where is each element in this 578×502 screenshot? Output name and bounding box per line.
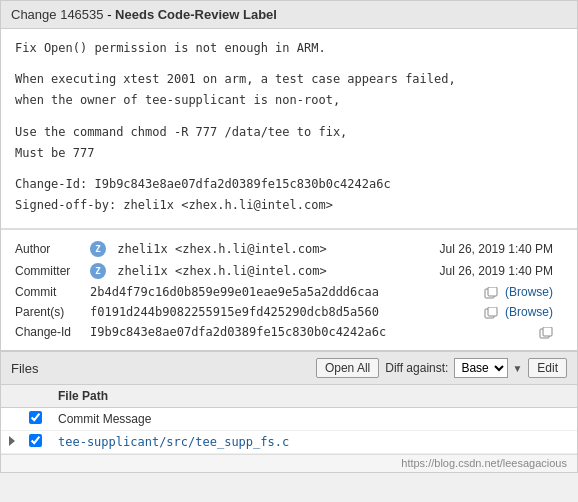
change-id: Change 146535 — [11, 7, 104, 22]
browse-link-commit[interactable]: (Browse) — [505, 285, 553, 299]
expand-arrow-icon[interactable] — [9, 436, 15, 446]
commit-line-4: Use the command chmod -R 777 /data/tee t… — [15, 123, 563, 142]
diff-against-label: Diff against: — [385, 361, 448, 375]
main-container: Change 146535 - Needs Code-Review Label … — [0, 0, 578, 473]
col-header-expand — [1, 385, 21, 408]
meta-value-author: Z zheli1x <zhex.h.li@intel.com> — [90, 241, 440, 257]
table-row: tee-supplicant/src/tee_supp_fs.c — [1, 431, 577, 454]
meta-value-commit: 2b4d4f79c16d0b859e99e01eae9e5a5a2ddd6caa — [90, 285, 472, 299]
meta-row-author: Author Z zheli1x <zhex.h.li@intel.com> J… — [15, 238, 563, 260]
files-header-title: Files — [11, 361, 38, 376]
avatar-author: Z — [90, 241, 106, 257]
meta-row-commit: Commit 2b4d4f79c16d0b859e99e01eae9e5a5a2… — [15, 282, 563, 302]
check-cell-tee — [21, 431, 50, 454]
meta-value-parent: f0191d244b9082255915e9fd425290dcb8d5a560 — [90, 305, 472, 319]
commit-line-3: when the owner of tee-supplicant is non-… — [15, 91, 563, 110]
svg-rect-5 — [543, 327, 552, 336]
edit-button[interactable]: Edit — [528, 358, 567, 378]
col-header-filepath: File Path — [50, 385, 577, 408]
meta-row-parent: Parent(s) f0191d244b9082255915e9fd425290… — [15, 302, 563, 322]
meta-row-committer: Committer Z zheli1x <zhex.h.li@intel.com… — [15, 260, 563, 282]
open-all-button[interactable]: Open All — [316, 358, 379, 378]
avatar-committer: Z — [90, 263, 106, 279]
meta-row-change-id: Change-Id I9b9c843e8ae07dfa2d0389fe15c83… — [15, 322, 563, 342]
svg-rect-1 — [488, 287, 497, 296]
files-table-header-row: File Path — [1, 385, 577, 408]
diff-against-select[interactable]: Base — [454, 358, 508, 378]
copy-icon-commit — [484, 287, 498, 299]
files-header: Files Open All Diff against: Base ▼ Edit — [1, 352, 577, 385]
file-path-commit-msg: Commit Message — [50, 408, 577, 431]
metadata-section: Author Z zheli1x <zhex.h.li@intel.com> J… — [1, 229, 577, 350]
tooltip-bar: https://blog.csdn.net/leesagacious — [1, 454, 577, 472]
meta-label-change-id: Change-Id — [15, 325, 90, 339]
browse-link-parent[interactable]: (Browse) — [505, 305, 553, 319]
check-cell-commit-msg — [21, 408, 50, 431]
header-separator: - — [104, 7, 116, 22]
files-section: Files Open All Diff against: Base ▼ Edit… — [1, 350, 577, 454]
col-header-check — [21, 385, 50, 408]
commit-line-5: Must be 777 — [15, 144, 563, 163]
copy-area-changeid — [535, 325, 563, 339]
meta-label-author: Author — [15, 242, 90, 256]
needs-label: Needs Code-Review Label — [115, 7, 277, 22]
meta-date-committer: Jul 26, 2019 1:40 PM — [440, 264, 563, 278]
expand-cell-tee[interactable] — [1, 431, 21, 454]
meta-browse-parent: (Browse) — [480, 305, 563, 319]
commit-line-6: Change-Id: I9b9c843e8ae07dfa2d0389fe15c8… — [15, 175, 563, 194]
table-row: Commit Message — [1, 408, 577, 431]
commit-message-area: Fix Open() permission is not enough in A… — [1, 29, 577, 229]
commit-message-file-label: Commit Message — [58, 412, 151, 426]
meta-browse-commit: (Browse) — [480, 285, 563, 299]
file-link-tee[interactable]: tee-supplicant/src/tee_supp_fs.c — [58, 435, 289, 449]
meta-label-commit: Commit — [15, 285, 90, 299]
expand-cell-commit-msg — [1, 408, 21, 431]
meta-label-committer: Committer — [15, 264, 90, 278]
meta-date-author: Jul 26, 2019 1:40 PM — [440, 242, 563, 256]
copy-icon-parent — [484, 307, 498, 319]
meta-value-committer: Z zheli1x <zhex.h.li@intel.com> — [90, 263, 440, 279]
checkbox-commit-msg[interactable] — [29, 411, 42, 424]
svg-rect-3 — [488, 307, 497, 316]
tooltip-text: https://blog.csdn.net/leesagacious — [401, 457, 567, 469]
dropdown-icon: ▼ — [512, 363, 522, 374]
meta-label-parent: Parent(s) — [15, 305, 90, 319]
files-table: File Path Commit Message — [1, 385, 577, 454]
copy-icon-changeid — [539, 327, 553, 339]
commit-line-1: Fix Open() permission is not enough in A… — [15, 39, 563, 58]
checkbox-tee[interactable] — [29, 434, 42, 447]
file-path-tee: tee-supplicant/src/tee_supp_fs.c — [50, 431, 577, 454]
meta-value-change-id: I9b9c843e8ae07dfa2d0389fe15c830b0c4242a6… — [90, 325, 527, 339]
change-header: Change 146535 - Needs Code-Review Label — [1, 1, 577, 29]
commit-line-2: When executing xtest 2001 on arm, a test… — [15, 70, 563, 89]
commit-line-7: Signed-off-by: zheli1x <zhex.h.li@intel.… — [15, 196, 563, 215]
